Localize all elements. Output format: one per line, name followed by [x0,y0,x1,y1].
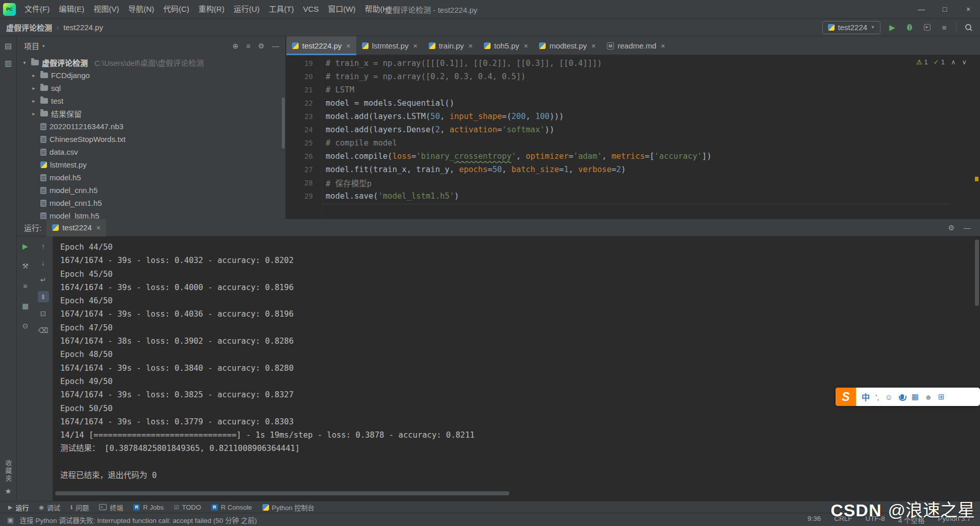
run-tab[interactable]: test2224 × [46,219,106,236]
line-number[interactable]: 29 [286,192,320,200]
favorites-toolwindow-button[interactable]: 收藏夹 [4,460,13,483]
print-icon[interactable]: ⊡ [38,308,49,319]
editor-error-stripe[interactable] [973,55,980,219]
editor-tab[interactable]: train.py× [423,36,478,55]
scroll-to-end-icon[interactable]: ⇟ [38,291,49,302]
tree-row[interactable]: data.csv [17,146,285,158]
tab-close-icon[interactable]: × [347,42,351,50]
hide-panel-icon[interactable]: — [272,42,279,50]
prev-problem-icon[interactable]: ∧ [951,58,956,66]
pin-icon[interactable]: ⊙ [20,320,31,331]
tree-row[interactable]: model.h5 [17,171,285,184]
editor-tab[interactable]: modtest.py× [533,36,601,55]
console[interactable]: Epoch 44/501674/1674 - 39s - loss: 0.403… [53,236,980,501]
line-number[interactable]: 23 [286,112,320,121]
stop-button[interactable]: ■ [939,22,950,33]
menu-item[interactable]: 工具(T) [264,0,298,18]
menu-item[interactable]: 运行(U) [229,0,264,18]
menu-item[interactable]: 编辑(E) [54,0,89,18]
next-problem-icon[interactable]: ∨ [962,58,967,66]
structure-toolwindow-icon[interactable]: ▥ [5,59,12,68]
tree-row[interactable]: ▸sql [17,82,285,94]
search-everywhere-button[interactable] [963,22,974,33]
wrench-icon[interactable]: ⚒ [20,260,31,272]
ime-voice-icon[interactable] [900,394,904,399]
project-panel-title[interactable]: 项目 ▾ [24,40,45,51]
up-stack-icon[interactable]: ↑ [38,241,49,252]
toolwindow-button[interactable]: Python 控制台 [257,501,320,513]
status-line-ending[interactable]: CRLF [834,515,852,525]
chevron-right-icon[interactable]: ▸ [30,98,37,104]
chevron-down-icon[interactable]: ▾ [21,60,28,65]
code-line[interactable]: 24model.add(layers.Dense(2, activation='… [286,123,980,136]
code-editor[interactable]: 19# train_x = np.array([[[0.1]], [[0.2]]… [286,55,980,219]
menu-item[interactable]: 视图(V) [89,0,124,18]
ime-toolbox-icon[interactable]: ⊞ [938,392,945,401]
sogou-logo-icon[interactable]: S [836,388,856,406]
toolwindow-button[interactable]: ℹ问题 [65,501,94,513]
toolwindow-button[interactable]: RR Jobs [128,501,168,513]
menu-item[interactable]: 导航(N) [124,0,159,18]
tab-close-icon[interactable]: × [469,42,473,50]
tree-row[interactable]: ▸FCDdjango [17,69,285,82]
stop-icon[interactable]: ■ [20,280,31,292]
toolwindow-button[interactable]: >_终端 [94,501,128,513]
code-line[interactable]: 28# 保存模型p [286,176,980,189]
menu-item[interactable]: 文件(F) [20,0,54,18]
tree-row[interactable]: ▸test [17,94,285,107]
toolwindow-button[interactable]: ▶运行 [3,501,34,513]
project-scrollbar[interactable] [282,98,285,149]
line-number[interactable]: 20 [286,73,320,81]
code-line[interactable]: 19# train_x = np.array([[[0.1]], [[0.2]]… [286,57,980,70]
code-line[interactable]: 25# compile model [286,136,980,150]
console-vscrollbar[interactable] [975,240,979,306]
run-button[interactable]: ▶ [887,22,898,33]
maximize-button[interactable]: □ [933,0,957,18]
project-toolwindow-icon[interactable]: ▤ [5,41,12,51]
toolwindow-button[interactable]: RR Console [206,501,257,513]
status-encoding[interactable]: UTF-8 [865,515,885,525]
ime-toolbar[interactable]: S 中’,☺▦☻⊞ [836,388,980,406]
settings-gear-icon[interactable]: ⚙ [948,224,954,232]
locate-file-icon[interactable]: ⊕ [233,42,239,50]
line-number[interactable]: 21 [286,86,320,94]
tab-close-icon[interactable]: × [661,42,665,50]
warning-stripe-mark[interactable] [975,177,978,181]
code-line[interactable]: 29model.save('model_lstm1.h5') [286,189,980,203]
clear-all-icon[interactable]: ⌫ [38,325,49,336]
inspection-widget[interactable]: ⚠ 1 ✓ 1 ∧ ∨ [916,58,967,66]
chevron-right-icon[interactable]: ▸ [30,73,37,78]
console-hscrollbar[interactable] [55,491,509,495]
code-line[interactable]: 26model.compile(loss='binary_crossentrop… [286,150,980,163]
tree-row[interactable]: lstmtest.py [17,158,285,171]
chevron-right-icon[interactable]: ▸ [30,85,37,91]
tab-close-icon[interactable]: × [96,224,101,232]
tree-row[interactable]: ▸结果保留 [17,107,285,120]
ime-keyboard-icon[interactable]: ▦ [912,392,919,401]
code-line[interactable]: 23model.add(layers.LSTM(50, input_shape=… [286,110,980,123]
line-number[interactable]: 25 [286,139,320,147]
tree-row[interactable]: 20220112163447.nb3 [17,120,285,133]
line-number[interactable]: 27 [286,165,320,174]
tree-row[interactable]: model_cnn1.h5 [17,197,285,209]
line-number[interactable]: 28 [286,179,320,187]
minimize-button[interactable]: — [910,0,933,18]
editor-tab[interactable]: test2224.py× [286,36,356,55]
breadcrumb-file[interactable]: test2224.py [63,23,103,32]
tree-row[interactable]: model_lstm.h5 [17,209,285,219]
tree-row[interactable]: ChineseStopWords.txt [17,133,285,146]
menu-item[interactable]: VCS [299,0,324,18]
toolwindow-button[interactable]: ☑TODO [169,501,206,513]
editor-tab[interactable]: Mreadme.md× [601,36,671,55]
tab-close-icon[interactable]: × [413,42,417,50]
restore-layout-icon[interactable]: ▦ [20,300,31,312]
line-number[interactable]: 24 [286,126,320,134]
collapse-all-icon[interactable]: ≡ [246,42,250,50]
status-interpreter[interactable]: Python 3.7 [938,515,971,525]
star-icon[interactable]: ★ [5,487,11,496]
chevron-right-icon[interactable]: ▸ [30,111,37,116]
rerun-icon[interactable]: ▶ [20,241,31,252]
run-config-selector[interactable]: test2224 ▼ [822,21,880,34]
editor-tab[interactable]: lstmtest.py× [356,36,423,55]
coverage-button[interactable] [921,22,933,33]
